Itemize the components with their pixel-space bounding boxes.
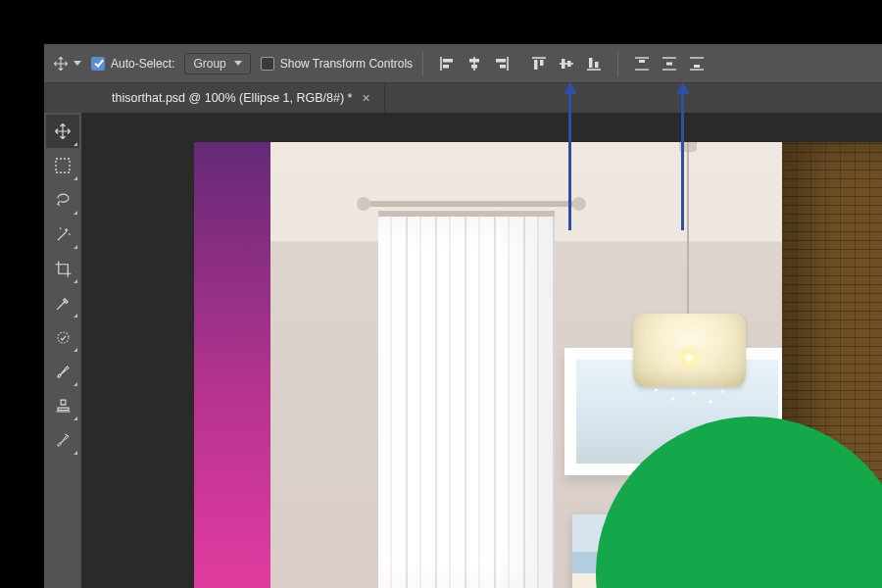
healing-icon — [54, 328, 73, 347]
align-top-edges-icon — [530, 55, 548, 73]
align-edges-group-1 — [433, 50, 515, 77]
brush-tool[interactable] — [46, 355, 79, 388]
curtain — [378, 211, 555, 588]
stamp-icon — [54, 397, 73, 416]
svg-rect-17 — [595, 62, 599, 68]
move-icon — [52, 55, 70, 73]
crop-tool[interactable] — [46, 252, 79, 285]
align-bottom-edges-button[interactable] — [580, 50, 608, 77]
align-horizontal-centers-icon — [466, 55, 483, 73]
align-right-edges-button[interactable] — [488, 50, 515, 77]
clone-stamp-tool[interactable] — [46, 389, 79, 422]
close-icon[interactable]: × — [362, 90, 369, 106]
svg-rect-10 — [534, 60, 538, 70]
svg-rect-7 — [496, 59, 506, 63]
pendant-glow — [674, 343, 704, 372]
options-bar: Auto-Select: Group Show Transform Contro… — [44, 44, 882, 83]
auto-select-checkbox[interactable]: Auto-Select: — [91, 57, 174, 71]
gradient-overlay — [194, 142, 270, 588]
divider — [422, 51, 423, 76]
checkbox-icon — [91, 57, 105, 71]
svg-rect-1 — [443, 59, 453, 63]
svg-rect-2 — [443, 65, 449, 69]
magic-wand-tool[interactable] — [46, 218, 79, 251]
move-tool-indicator[interactable] — [52, 55, 81, 73]
wand-icon — [54, 225, 73, 244]
distribute-group — [628, 50, 710, 77]
chevron-down-icon — [74, 61, 81, 66]
align-right-edges-icon — [493, 55, 511, 73]
align-vertical-centers-button[interactable] — [553, 50, 580, 77]
show-transform-label: Show Transform Controls — [280, 57, 413, 71]
document-tab[interactable]: thisorthat.psd @ 100% (Ellipse 1, RGB/8#… — [98, 83, 385, 113]
align-horizontal-centers-button[interactable] — [461, 50, 488, 77]
svg-point-28 — [57, 331, 68, 342]
canvas-area[interactable] — [81, 113, 882, 588]
pendant-cord — [687, 142, 689, 318]
auto-select-target-dropdown[interactable]: Group — [184, 53, 250, 74]
svg-rect-11 — [540, 60, 544, 66]
document-tab-title: thisorthat.psd @ 100% (Ellipse 1, RGB/8#… — [112, 91, 352, 105]
dropdown-value: Group — [193, 57, 225, 71]
distribute-top-icon — [633, 55, 651, 73]
move-icon — [53, 122, 73, 141]
align-top-edges-button[interactable] — [525, 50, 553, 77]
curtain-rod — [368, 201, 574, 207]
distribute-vertical-centers-button[interactable] — [656, 50, 683, 77]
photoshop-window: Auto-Select: Group Show Transform Contro… — [44, 44, 882, 588]
lasso-icon — [54, 191, 73, 210]
svg-rect-4 — [469, 59, 479, 63]
distribute-vcenters-icon — [661, 55, 678, 73]
spot-healing-brush-tool[interactable] — [46, 320, 79, 354]
show-transform-controls-checkbox[interactable]: Show Transform Controls — [261, 57, 413, 71]
move-tool[interactable] — [46, 115, 79, 148]
distribute-bottom-button[interactable] — [683, 50, 710, 77]
svg-rect-20 — [639, 60, 645, 63]
marquee-icon — [54, 157, 72, 174]
rectangular-marquee-tool[interactable] — [46, 149, 79, 182]
svg-rect-16 — [589, 58, 593, 68]
eyedropper-icon — [54, 294, 73, 313]
lasso-tool[interactable] — [46, 183, 79, 217]
divider — [617, 51, 618, 76]
tools-panel — [44, 113, 81, 588]
svg-rect-27 — [56, 159, 70, 172]
eyedropper-tool[interactable] — [46, 286, 79, 319]
svg-rect-5 — [471, 65, 477, 69]
align-left-edges-icon — [438, 55, 456, 73]
svg-rect-23 — [666, 62, 672, 65]
document-tab-bar: thisorthat.psd @ 100% (Ellipse 1, RGB/8#… — [44, 83, 882, 113]
history-brush-icon — [54, 431, 73, 450]
annotation-arrow-2 — [681, 83, 684, 230]
svg-rect-14 — [567, 61, 571, 67]
distribute-top-button[interactable] — [628, 50, 656, 77]
svg-rect-13 — [562, 59, 565, 69]
svg-rect-26 — [694, 65, 700, 68]
document-canvas[interactable] — [194, 142, 882, 588]
pendant-crystals — [648, 387, 731, 416]
brush-icon — [54, 363, 73, 381]
align-bottom-edges-icon — [585, 55, 603, 73]
annotation-arrow-1 — [568, 83, 571, 230]
crop-icon — [54, 260, 73, 278]
align-vertical-centers-icon — [558, 55, 575, 73]
auto-select-label: Auto-Select: — [111, 57, 174, 71]
chevron-down-icon — [234, 61, 242, 66]
history-brush-tool[interactable] — [46, 423, 79, 457]
svg-rect-8 — [500, 65, 506, 69]
align-left-edges-button[interactable] — [433, 50, 461, 77]
align-edges-group-2 — [525, 50, 608, 77]
checkbox-icon — [261, 57, 274, 71]
workspace — [44, 113, 882, 588]
distribute-bottom-icon — [688, 55, 706, 73]
